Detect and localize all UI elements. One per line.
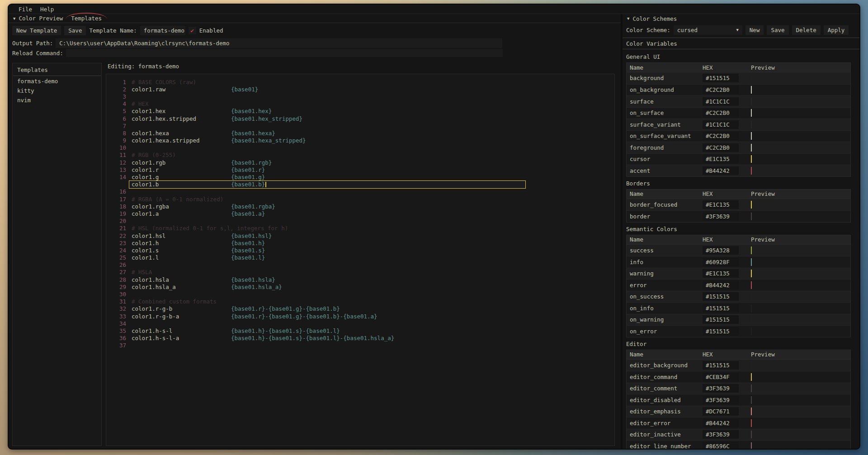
scheme-combo[interactable]: cursed ▼	[674, 25, 742, 35]
scheme-action-button[interactable]: Delete	[792, 25, 821, 35]
save-template-button[interactable]: Save	[64, 26, 86, 35]
template-name-input[interactable]: formats-demo	[140, 26, 185, 35]
editor-line[interactable]: 11 # RGB (0-255)	[106, 152, 614, 159]
hex-input[interactable]: #60928F	[703, 258, 739, 266]
editor-line[interactable]: 13 color1.r {base01.r}	[106, 166, 614, 173]
template-list-item[interactable]: kitty	[13, 85, 101, 95]
editor-line[interactable]: 6 color1.hex.stripped {base01.hex_stripp…	[106, 115, 614, 122]
hex-input[interactable]: #1C1C1C	[703, 97, 739, 106]
hex-input[interactable]: #C2C2B0	[703, 143, 739, 152]
color-swatch[interactable]	[751, 396, 752, 404]
color-swatch[interactable]	[751, 384, 752, 392]
editor-line[interactable]: 30	[106, 290, 614, 298]
editor-line[interactable]: 23 color1.h {base01.h}	[106, 239, 614, 246]
hex-input[interactable]: #DC7671	[703, 407, 739, 416]
scheme-action-button[interactable]: Apply	[824, 25, 849, 35]
editor-line[interactable]: 21 # HSL (normalized 0-1 for s,l, intege…	[106, 225, 614, 232]
color-swatch[interactable]	[751, 431, 752, 438]
editor-line[interactable]: 16	[106, 188, 614, 195]
output-path-input[interactable]: C:\Users\user\AppData\Roaming\clrsync\fo…	[56, 38, 502, 48]
collapse-icon[interactable]: ▼	[627, 16, 629, 21]
editor-line[interactable]: 4 # HEX	[106, 100, 614, 108]
hex-input[interactable]: #E1C135	[703, 155, 739, 163]
color-swatch[interactable]	[751, 155, 752, 163]
color-swatch[interactable]	[751, 132, 752, 140]
color-swatch[interactable]	[751, 121, 752, 128]
editor-line[interactable]: 31 # Combined custom formats	[106, 298, 614, 305]
editor-line[interactable]: 35 color1.h-s-l {base01.h}-{base01.s}-{b…	[106, 327, 614, 334]
scheme-action-button[interactable]: Save	[767, 25, 788, 35]
hex-input[interactable]: #151515	[703, 304, 739, 313]
hex-input[interactable]: #B44242	[703, 166, 739, 175]
editor-line[interactable]: 3	[106, 93, 614, 100]
color-swatch[interactable]	[751, 304, 752, 312]
color-swatch[interactable]	[751, 442, 752, 449]
color-swatch[interactable]	[751, 293, 752, 300]
scheme-action-button[interactable]: New	[745, 25, 764, 35]
menu-item[interactable]: Help	[36, 5, 58, 14]
editor-line[interactable]: 9 color1.hexa.stripped {base01.hexa_stri…	[106, 137, 614, 144]
editor-line[interactable]: 25 color1.l {base01.l}	[106, 254, 614, 261]
editor-line[interactable]: 24 color1.s {base01.s}	[106, 246, 614, 254]
color-swatch[interactable]	[751, 74, 752, 82]
color-swatch[interactable]	[751, 213, 752, 220]
hex-input[interactable]: #151515	[703, 327, 739, 336]
hex-input[interactable]: #1C1C1C	[703, 120, 739, 129]
color-swatch[interactable]	[751, 408, 752, 415]
template-editor[interactable]: 1 # BASE COLORS (raw) 2 color1.raw {base…	[106, 74, 615, 446]
color-swatch[interactable]	[751, 327, 752, 335]
editor-line[interactable]: 2 color1.raw {base01}	[106, 85, 614, 93]
color-swatch[interactable]	[751, 281, 752, 289]
hex-input[interactable]: #C2C2B0	[703, 85, 739, 94]
hex-input[interactable]: #151515	[703, 292, 739, 301]
editor-line[interactable]: 26	[106, 261, 614, 269]
hex-input[interactable]: #B44242	[703, 281, 739, 289]
hex-input[interactable]: #3F3639	[703, 212, 739, 221]
editor-line[interactable]: color1.b {base01.b}	[106, 181, 614, 188]
enabled-checkbox[interactable]: ✔	[189, 27, 196, 34]
collapse-icon[interactable]: ▼	[13, 16, 15, 21]
editor-line[interactable]: 5 color1.hex {base01.hex}	[106, 108, 614, 115]
color-swatch[interactable]	[751, 316, 752, 323]
color-swatch[interactable]	[751, 258, 752, 266]
hex-input[interactable]: #151515	[703, 74, 739, 82]
editor-line[interactable]: 37	[106, 342, 614, 349]
hex-input[interactable]: #B44242	[703, 419, 739, 427]
editor-line[interactable]: 10	[106, 144, 614, 152]
hex-input[interactable]: #151515	[703, 315, 739, 324]
menu-item[interactable]: File	[14, 5, 36, 14]
template-list-item[interactable]: nvim	[13, 95, 101, 104]
hex-input[interactable]: #3F3639	[703, 384, 739, 393]
hex-input[interactable]: #C2C2B0	[703, 132, 739, 140]
color-swatch[interactable]	[751, 201, 752, 209]
hex-input[interactable]: #E1C135	[703, 200, 739, 209]
hex-input[interactable]: #CEB34F	[703, 373, 739, 381]
color-swatch[interactable]	[751, 109, 752, 117]
tab-templates[interactable]: Templates	[69, 14, 104, 22]
editor-line[interactable]: 14 color1.g {base01.g}	[106, 173, 614, 180]
editor-line[interactable]: 8 color1.hexa {base01.hexa}	[106, 129, 614, 137]
editor-line[interactable]: 18 color1.rgba {base01.rgba}	[106, 203, 614, 210]
editor-line[interactable]: 22 color1.hsl {base01.hsl}	[106, 232, 614, 239]
editor-line[interactable]: 29 color1.hsla_a {base01.hsla_a}	[106, 283, 614, 290]
color-swatch[interactable]	[751, 98, 752, 105]
editor-line[interactable]: 33 color1.r-g-b-a {base01.r}-{base01.g}-…	[106, 313, 614, 320]
editor-line[interactable]: 7	[106, 122, 614, 129]
editor-line[interactable]: 27 # HSLA	[106, 269, 614, 276]
hex-input[interactable]: #95A328	[703, 246, 739, 255]
color-swatch[interactable]	[751, 144, 752, 152]
color-swatch[interactable]	[751, 361, 752, 369]
hex-input[interactable]: #86596C	[703, 442, 739, 449]
hex-input[interactable]: #E1C135	[703, 269, 739, 278]
color-swatch[interactable]	[751, 167, 752, 175]
editor-line[interactable]: 12 color1.rgb {base01.rgb}	[106, 159, 614, 166]
hex-input[interactable]: #3F3639	[703, 430, 739, 439]
editor-line[interactable]: 32 color1.r-g-b {base01.r}-{base01.g}-{b…	[106, 305, 614, 313]
editor-line[interactable]: 19 color1.a {base01.a}	[106, 210, 614, 217]
new-template-button[interactable]: New Template	[12, 26, 61, 35]
editor-line[interactable]: 20	[106, 218, 614, 225]
color-swatch[interactable]	[751, 419, 752, 427]
editor-line[interactable]: 34	[106, 320, 614, 327]
hex-input[interactable]: #C2C2B0	[703, 109, 739, 117]
hex-input[interactable]: #3F3639	[703, 396, 739, 404]
